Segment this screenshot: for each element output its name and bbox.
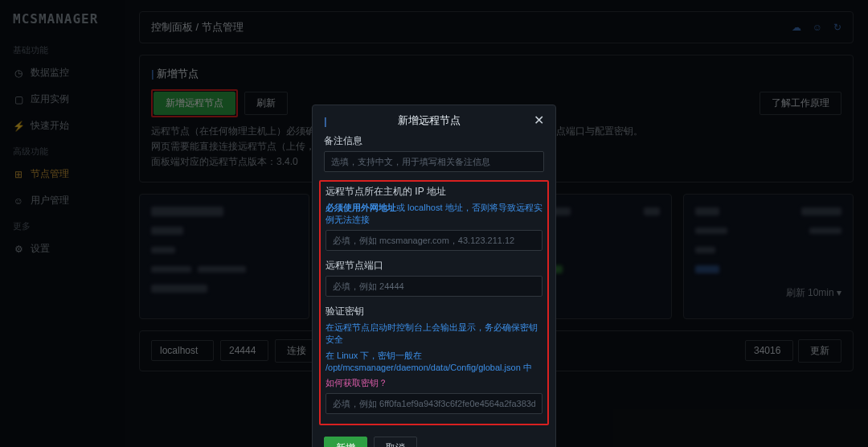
cancel-button[interactable]: 取消 xyxy=(374,437,417,447)
modal-overlay: 新增远程节点 ✕ 备注信息 远程节点所在主机的 IP 地址 必须使用外网地址或 … xyxy=(0,0,868,447)
port-field: 远程节点端口 xyxy=(326,259,542,297)
port-label: 远程节点端口 xyxy=(326,259,542,273)
key-hint-1: 在远程节点启动时控制台上会输出显示，务必确保密钥安全 xyxy=(326,322,542,347)
remark-label: 备注信息 xyxy=(324,134,544,148)
key-hint-3[interactable]: 如何获取密钥？ xyxy=(326,377,542,389)
key-input[interactable] xyxy=(326,393,542,414)
close-icon[interactable]: ✕ xyxy=(534,114,544,127)
add-node-dialog: 新增远程节点 ✕ 备注信息 远程节点所在主机的 IP 地址 必须使用外网地址或 … xyxy=(312,105,556,447)
confirm-button[interactable]: 新增 xyxy=(324,437,367,447)
ip-label: 远程节点所在主机的 IP 地址 xyxy=(326,185,542,199)
remark-field: 备注信息 xyxy=(324,134,544,172)
key-hint-2: 在 Linux 下，密钥一般在 /opt/mcsmanager/daemon/d… xyxy=(326,350,542,375)
ip-hint: 必须使用外网地址或 localhost 地址，否则将导致远程实例无法连接 xyxy=(326,202,542,227)
dialog-port-input[interactable] xyxy=(326,276,542,297)
highlight-required-section: 远程节点所在主机的 IP 地址 必须使用外网地址或 localhost 地址，否… xyxy=(319,180,549,425)
key-field: 验证密钥 在远程节点启动时控制台上会输出显示，务必确保密钥安全 在 Linux … xyxy=(326,305,542,414)
dialog-title: 新增远程节点 xyxy=(398,113,461,128)
key-label: 验证密钥 xyxy=(326,305,542,318)
ip-field: 远程节点所在主机的 IP 地址 必须使用外网地址或 localhost 地址，否… xyxy=(326,185,542,251)
remark-input[interactable] xyxy=(324,151,544,172)
ip-input[interactable] xyxy=(326,230,542,251)
